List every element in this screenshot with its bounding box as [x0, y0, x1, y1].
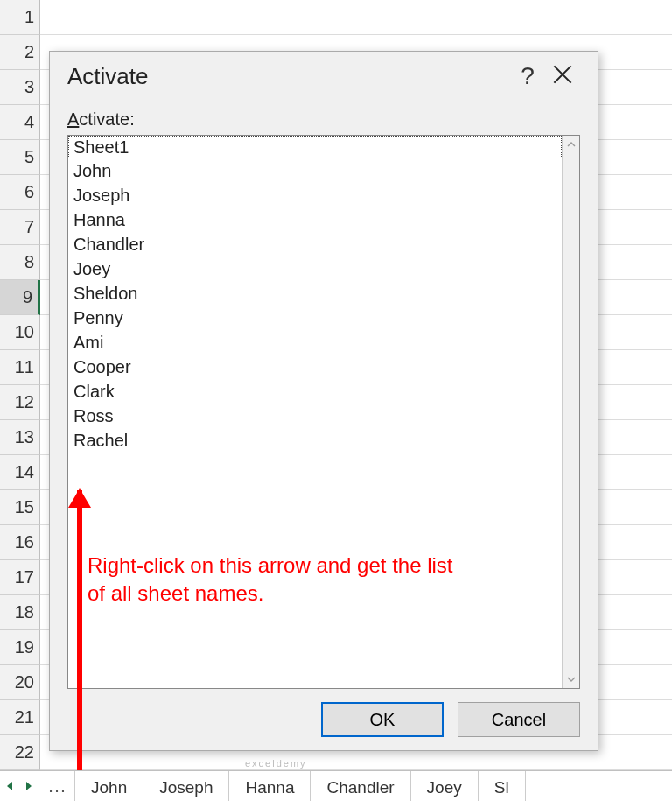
row-header[interactable]: 4 — [0, 105, 40, 140]
scroll-up-icon[interactable] — [563, 136, 579, 153]
row-header[interactable]: 8 — [0, 245, 40, 280]
list-item[interactable]: Hanna — [68, 207, 562, 232]
sheet-tab[interactable]: Chandler — [310, 771, 410, 801]
sheet-tab[interactable]: John — [74, 771, 144, 801]
row-header[interactable]: 13 — [0, 420, 40, 455]
list-item[interactable]: Joey — [68, 256, 562, 281]
row-header[interactable]: 2 — [0, 35, 40, 70]
list-item[interactable]: Chandler — [68, 232, 562, 256]
tab-nav-next[interactable] — [19, 771, 38, 801]
list-item[interactable]: Ross — [68, 404, 562, 428]
row-header[interactable]: 10 — [0, 315, 40, 350]
svg-marker-2 — [7, 782, 12, 790]
row-header[interactable]: 9 — [0, 280, 40, 315]
list-item[interactable]: Penny — [68, 306, 562, 330]
row-header[interactable]: 14 — [0, 455, 40, 490]
row-header[interactable]: 1 — [0, 0, 40, 35]
tab-overflow-dots[interactable]: … — [38, 771, 75, 801]
list-item[interactable]: Sheet1 — [68, 136, 562, 158]
tab-nav-prev[interactable] — [0, 771, 19, 801]
list-item[interactable]: Sheldon — [68, 281, 562, 306]
row-header[interactable]: 20 — [0, 665, 40, 700]
list-item[interactable]: Ami — [68, 330, 562, 355]
activate-dialog: Activate ? Activate: Sheet1JohnJosephHan… — [49, 51, 598, 751]
svg-marker-3 — [26, 782, 32, 790]
row-header[interactable]: 17 — [0, 560, 40, 595]
sheet-tab[interactable]: Joseph — [143, 771, 229, 801]
row-header[interactable]: 21 — [0, 700, 40, 735]
list-item[interactable]: Joseph — [68, 183, 562, 207]
sheet-tabs-bar: … JohnJosephHannaChandlerJoeySl — [0, 770, 672, 801]
row-header[interactable]: 16 — [0, 525, 40, 560]
close-button[interactable] — [545, 65, 580, 88]
list-item[interactable]: John — [68, 158, 562, 183]
list-item[interactable]: Cooper — [68, 355, 562, 379]
dialog-title: Activate — [67, 63, 510, 90]
dialog-titlebar: Activate ? — [50, 52, 598, 101]
row-header[interactable]: 18 — [0, 595, 40, 630]
list-item[interactable]: Clark — [68, 379, 562, 404]
row-header[interactable]: 3 — [0, 70, 40, 105]
row-header[interactable]: 15 — [0, 490, 40, 525]
triangle-left-icon — [5, 781, 14, 791]
scroll-down-icon[interactable] — [563, 671, 579, 688]
help-button[interactable]: ? — [510, 62, 545, 90]
sheet-tab[interactable]: Joey — [410, 771, 479, 801]
row-header[interactable]: 22 — [0, 735, 40, 770]
row-header[interactable]: 6 — [0, 175, 40, 210]
listbox-scrollbar[interactable] — [562, 136, 579, 688]
sheet-tab[interactable]: Hanna — [228, 771, 311, 801]
activate-label: Activate: — [67, 109, 580, 130]
ok-button[interactable]: OK — [321, 702, 444, 737]
row-header[interactable]: 5 — [0, 140, 40, 175]
list-item[interactable]: Rachel — [68, 428, 562, 453]
sheet-listbox[interactable]: Sheet1JohnJosephHannaChandlerJoeySheldon… — [67, 135, 580, 689]
close-icon — [553, 65, 572, 84]
row-header[interactable]: 12 — [0, 385, 40, 420]
row-header[interactable]: 11 — [0, 350, 40, 385]
triangle-right-icon — [24, 781, 33, 791]
row-header[interactable]: 19 — [0, 630, 40, 665]
cell-row[interactable] — [40, 0, 672, 35]
row-header[interactable]: 7 — [0, 210, 40, 245]
sheet-tab[interactable]: Sl — [478, 771, 526, 801]
cancel-button[interactable]: Cancel — [458, 702, 580, 737]
